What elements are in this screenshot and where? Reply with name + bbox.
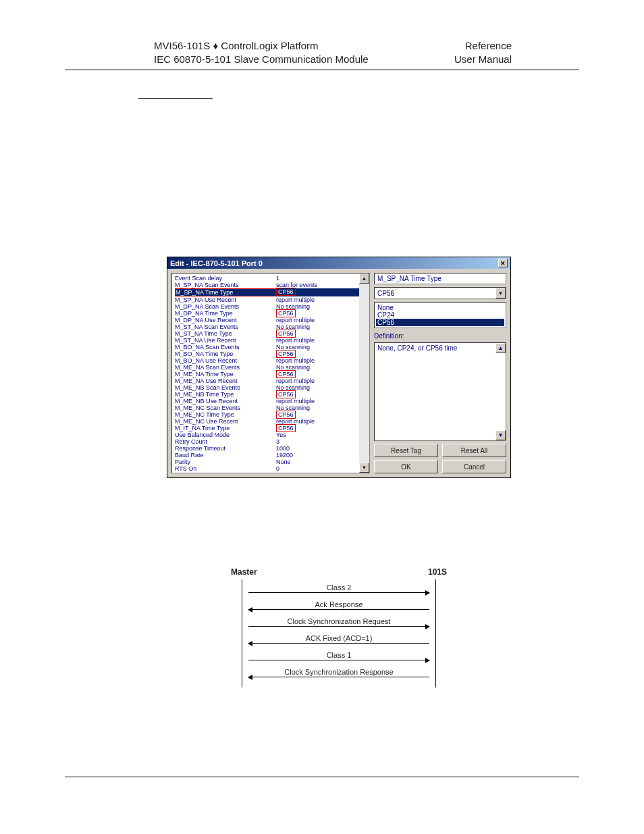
seq-message: Class 1 bbox=[248, 651, 429, 660]
param-name: M_ST_NA Use Recent bbox=[175, 337, 276, 344]
param-value: report multiple bbox=[276, 377, 359, 384]
param-row[interactable]: M_ME_NA Time TypeCP56 bbox=[175, 371, 359, 377]
header-left: MVI56-101S ♦ ControlLogix Platform IEC 6… bbox=[154, 39, 369, 66]
value-combobox[interactable]: CP56 ▼ bbox=[374, 287, 506, 299]
param-row[interactable]: M_ST_NA Time TypeCP56 bbox=[175, 330, 359, 337]
param-name: M_SP_NA Use Recent bbox=[175, 296, 276, 303]
seq-message-text: Clock Synchronization Response bbox=[248, 668, 429, 676]
parameter-list[interactable]: Event Scan delay1M_SP_NA Scan Eventsscan… bbox=[172, 273, 359, 473]
param-row[interactable]: M_DP_NA Use Recentreport multiple bbox=[175, 317, 359, 323]
param-row[interactable]: RTS Off0 bbox=[175, 472, 359, 473]
param-row[interactable]: M_SP_NA Time TypeCP56 bbox=[175, 288, 359, 296]
param-name: M_ME_NB Use Recent bbox=[175, 398, 276, 405]
param-name: M_BO_NA Time Type bbox=[175, 350, 276, 357]
scrollbar-track[interactable] bbox=[359, 284, 369, 463]
param-row[interactable]: M_ME_NC Scan EventsNo scanning bbox=[175, 405, 359, 411]
param-name: Baud Rate bbox=[175, 452, 276, 459]
seq-message-text: Class 1 bbox=[248, 651, 429, 659]
reset-tag-button[interactable]: Reset Tag bbox=[374, 444, 438, 457]
param-value: 0 bbox=[276, 465, 359, 472]
ok-button[interactable]: OK bbox=[374, 460, 438, 473]
param-value: report multiple bbox=[276, 296, 359, 303]
options-listbox[interactable]: NoneCP24CP56 bbox=[374, 302, 506, 328]
header-right-line1: Reference bbox=[465, 40, 512, 51]
param-value: CP56 bbox=[276, 310, 359, 317]
seq-message: Clock Synchronization Response bbox=[248, 668, 429, 677]
param-row[interactable]: M_BO_NA Scan EventsNo scanning bbox=[175, 344, 359, 350]
header-left-line1: MVI56-101S ♦ ControlLogix Platform bbox=[154, 40, 319, 51]
option-item[interactable]: CP24 bbox=[376, 311, 504, 319]
param-row[interactable]: Baud Rate19200 bbox=[175, 452, 359, 459]
scroll-up-button[interactable]: ▲ bbox=[359, 273, 369, 284]
param-row[interactable]: M_ME_NA Scan EventsNo scanning bbox=[175, 364, 359, 371]
param-row[interactable]: M_IT_NA Time TypeCP56 bbox=[175, 425, 359, 432]
definition-box: None, CP24, or CP56 time ▲ ▼ bbox=[374, 342, 506, 441]
param-name: M_BO_NA Use Recent bbox=[175, 357, 276, 364]
seq-message: Clock Synchronization Request bbox=[248, 617, 429, 627]
param-name: M_ME_NB Scan Events bbox=[175, 384, 276, 391]
param-value: CP56 bbox=[276, 371, 359, 377]
param-row[interactable]: M_ME_NB Scan EventsNo scanning bbox=[175, 384, 359, 391]
cancel-button[interactable]: Cancel bbox=[442, 460, 506, 473]
param-name: M_ME_NB Time Type bbox=[175, 391, 276, 398]
param-row[interactable]: M_ME_NB Use Recentreport multiple bbox=[175, 398, 359, 405]
seq-message: ACK Fixed (ACD=1) bbox=[248, 634, 429, 644]
param-row[interactable]: Retry Count3 bbox=[175, 438, 359, 445]
def-scroll-up[interactable]: ▲ bbox=[495, 343, 506, 353]
param-name: M_DP_NA Time Type bbox=[175, 310, 276, 317]
param-row[interactable]: RTS On0 bbox=[175, 465, 359, 472]
param-row[interactable]: M_ME_NC Use Recentreport multiple bbox=[175, 418, 359, 425]
param-row[interactable]: M_ST_NA Use Recentreport multiple bbox=[175, 337, 359, 344]
footer-rule bbox=[65, 777, 579, 777]
param-name: Use Balanced Mode bbox=[175, 432, 276, 438]
header-left-line2: IEC 60870-5-101 Slave Communication Modu… bbox=[154, 53, 369, 66]
arrow-right-icon bbox=[248, 592, 429, 593]
option-item[interactable]: None bbox=[376, 304, 504, 311]
selected-param-label: M_SP_NA Time Type bbox=[374, 273, 506, 284]
page-header: MVI56-101S ♦ ControlLogix Platform IEC 6… bbox=[0, 0, 644, 70]
param-row[interactable]: Use Balanced ModeYes bbox=[175, 432, 359, 438]
parameter-list-panel: Event Scan delay1M_SP_NA Scan Eventsscan… bbox=[171, 273, 370, 473]
reset-all-button[interactable]: Reset All bbox=[442, 444, 506, 457]
seq-message-text: ACK Fixed (ACD=1) bbox=[248, 634, 429, 642]
scroll-down-button[interactable]: ▼ bbox=[359, 463, 369, 473]
seq-message-text: Ack Response bbox=[248, 600, 429, 608]
param-row[interactable]: Response Timeout1000 bbox=[175, 445, 359, 452]
definition-label: Definition: bbox=[374, 332, 506, 340]
param-value: report multiple bbox=[276, 337, 359, 344]
param-name: RTS On bbox=[175, 465, 276, 472]
param-row[interactable]: M_SP_NA Use Recentreport multiple bbox=[175, 296, 359, 303]
param-value: report multiple bbox=[276, 357, 359, 364]
header-right: Reference User Manual bbox=[454, 39, 512, 66]
param-row[interactable]: M_DP_NA Scan EventsNo scanning bbox=[175, 303, 359, 310]
param-name: M_IT_NA Time Type bbox=[175, 425, 276, 432]
param-value: 3 bbox=[276, 438, 359, 445]
param-row[interactable]: M_ME_NC Time TypeCP56 bbox=[175, 411, 359, 418]
param-name: Retry Count bbox=[175, 438, 276, 445]
arrow-right-icon bbox=[248, 660, 429, 660]
param-row[interactable]: M_DP_NA Time TypeCP56 bbox=[175, 310, 359, 317]
param-name: M_ME_NC Time Type bbox=[175, 411, 276, 418]
param-name: RTS Off bbox=[175, 472, 276, 473]
param-row[interactable]: M_BO_NA Use Recentreport multiple bbox=[175, 357, 359, 364]
param-value: Yes bbox=[276, 432, 359, 438]
param-row[interactable]: Event Scan delay1 bbox=[175, 275, 359, 282]
param-name: Response Timeout bbox=[175, 445, 276, 452]
option-item[interactable]: CP56 bbox=[376, 319, 504, 326]
arrow-right-icon bbox=[248, 626, 429, 627]
param-name: M_DP_NA Use Recent bbox=[175, 317, 276, 323]
definition-text: None, CP24, or CP56 time bbox=[377, 344, 457, 352]
seq-message-text: Class 2 bbox=[248, 583, 429, 592]
param-row[interactable]: M_ST_NA Scan EventsNo scanning bbox=[175, 323, 359, 330]
combobox-dropdown-button[interactable]: ▼ bbox=[495, 288, 506, 298]
close-button[interactable]: ✕ bbox=[498, 259, 508, 267]
param-row[interactable]: M_BO_NA Time TypeCP56 bbox=[175, 350, 359, 357]
param-row[interactable]: ParityNone bbox=[175, 459, 359, 465]
param-row[interactable]: M_ME_NB Time TypeCP56 bbox=[175, 391, 359, 398]
detail-panel: M_SP_NA Time Type CP56 ▼ NoneCP24CP56 De… bbox=[374, 273, 506, 473]
param-row[interactable]: M_SP_NA Scan Eventsscan for events bbox=[175, 282, 359, 288]
param-name: Event Scan delay bbox=[175, 275, 276, 282]
def-scroll-down[interactable]: ▼ bbox=[495, 430, 506, 440]
param-row[interactable]: M_ME_NA Use Recentreport multiple bbox=[175, 377, 359, 384]
param-value: report multiple bbox=[276, 317, 359, 323]
